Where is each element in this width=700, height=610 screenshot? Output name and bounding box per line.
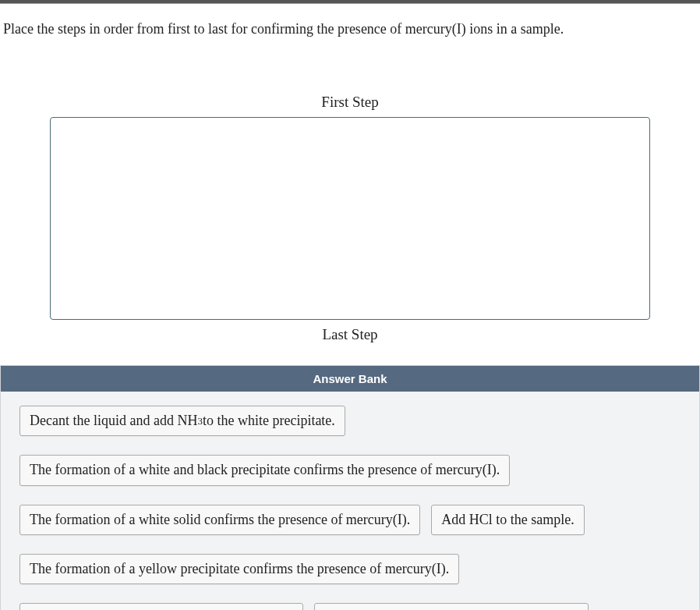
answer-bank: Answer Bank Decant the liquid and add NH… <box>0 365 700 610</box>
chip-text: to the white precipitate. <box>203 411 335 431</box>
ordering-dropzone[interactable] <box>50 117 650 320</box>
first-step-label: First Step <box>0 94 700 111</box>
chip-add-hcl[interactable]: Add HCl to the sample. <box>431 505 584 535</box>
last-step-label: Last Step <box>0 326 700 343</box>
chip-decant-k2cro4[interactable]: Decant the liquid and add K2CrO4 to the … <box>19 603 303 610</box>
chip-white-black-precipitate[interactable]: The formation of a white and black preci… <box>19 455 510 485</box>
answer-bank-body: Decant the liquid and add NH3 to the whi… <box>1 392 699 610</box>
chip-yellow-precipitate[interactable]: The formation of a yellow precipitate co… <box>19 554 459 584</box>
answer-bank-header: Answer Bank <box>1 366 699 392</box>
chip-text: Add HCl to the sample. <box>441 510 574 530</box>
chip-decant-hno3[interactable]: Decant the liquid and add HNO3 to the li… <box>314 603 589 610</box>
question-text: Place the steps in order from first to l… <box>0 4 700 47</box>
chip-text: Decant the liquid and add NH <box>30 411 197 431</box>
chip-text: The formation of a yellow precipitate co… <box>30 559 449 579</box>
chip-white-solid[interactable]: The formation of a white solid confirms … <box>19 505 420 535</box>
chip-text: The formation of a white solid confirms … <box>30 510 410 530</box>
chip-text: The formation of a white and black preci… <box>30 460 500 480</box>
chip-decant-nh3[interactable]: Decant the liquid and add NH3 to the whi… <box>19 406 345 436</box>
ordering-area: First Step Last Step <box>0 94 700 343</box>
